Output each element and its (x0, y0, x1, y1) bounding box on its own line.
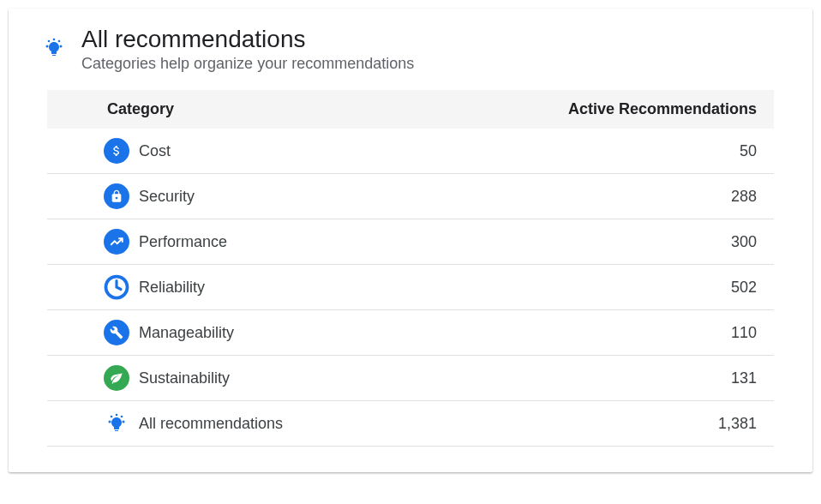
table-row-performance[interactable]: Performance 300 (47, 219, 774, 265)
recommendations-card: All recommendations Categories help orga… (9, 9, 812, 472)
lightbulb-icon (40, 34, 68, 62)
trending-icon (103, 228, 130, 255)
row-label: Security (139, 188, 195, 206)
card-header: All recommendations Categories help orga… (40, 26, 774, 73)
page-title: All recommendations (81, 26, 774, 53)
row-count: 300 (671, 233, 757, 251)
svg-point-2 (48, 40, 51, 43)
row-label: Cost (139, 142, 171, 160)
row-label: Manageability (139, 324, 234, 342)
column-active-recommendations: Active Recommendations (542, 100, 757, 118)
svg-point-0 (46, 45, 49, 48)
lightbulb-icon (103, 410, 130, 437)
svg-point-3 (58, 40, 61, 43)
lock-icon (103, 183, 130, 210)
row-label: Reliability (139, 279, 205, 297)
column-category: Category (107, 100, 542, 118)
row-label: Sustainability (139, 369, 230, 387)
svg-point-8 (111, 416, 113, 418)
svg-point-1 (60, 45, 63, 48)
recommendations-table: Category Active Recommendations Cost 50 (47, 90, 774, 447)
table-row-reliability[interactable]: Reliability 502 (47, 265, 774, 310)
row-count: 131 (671, 369, 757, 387)
leaf-icon (103, 364, 130, 392)
dollar-icon (103, 137, 130, 165)
page-subtitle: Categories help organize your recommenda… (81, 55, 774, 73)
svg-point-9 (121, 416, 123, 418)
table-header-row: Category Active Recommendations (47, 90, 774, 129)
svg-point-4 (53, 39, 56, 41)
table-row-all[interactable]: All recommendations 1,381 (47, 401, 774, 447)
row-count: 50 (671, 142, 757, 160)
row-count: 1,381 (671, 415, 757, 433)
table-row-security[interactable]: Security 288 (47, 174, 774, 219)
table-row-manageability[interactable]: Manageability 110 (47, 310, 774, 356)
table-row-cost[interactable]: Cost 50 (47, 129, 774, 174)
clock-icon (103, 273, 130, 301)
header-text: All recommendations Categories help orga… (81, 26, 774, 73)
row-label: All recommendations (139, 415, 283, 433)
svg-point-10 (116, 414, 118, 417)
svg-point-6 (109, 421, 111, 423)
row-count: 502 (671, 279, 757, 297)
row-count: 288 (671, 188, 757, 206)
wrench-icon (103, 319, 130, 346)
row-count: 110 (671, 324, 757, 342)
svg-point-7 (123, 421, 125, 423)
table-row-sustainability[interactable]: Sustainability 131 (47, 356, 774, 401)
row-label: Performance (139, 233, 227, 251)
